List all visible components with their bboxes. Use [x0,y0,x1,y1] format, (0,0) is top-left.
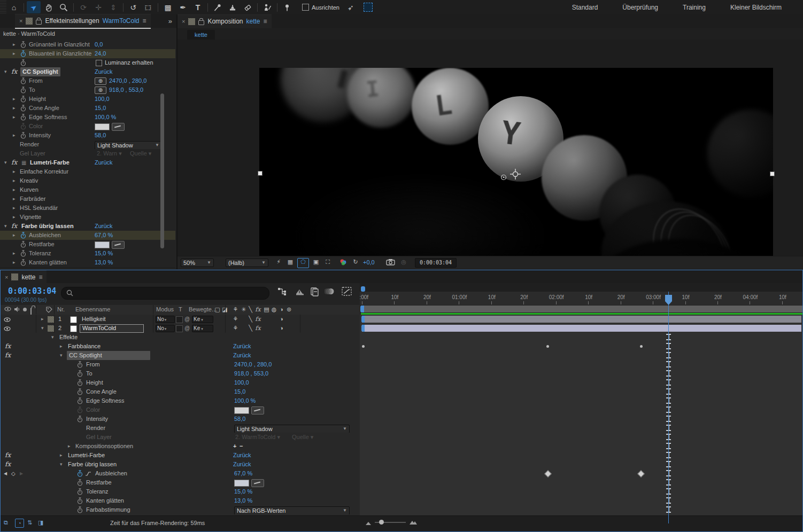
lock-icon[interactable] [36,20,42,25]
dolly-camera-tool-icon[interactable]: ⇕ [106,1,120,13]
track-matte-select[interactable]: Ke▾ [192,316,213,323]
align-checkbox[interactable] [302,4,309,11]
checkbox[interactable] [96,60,102,66]
effect-row-cc-spotlight[interactable]: ▾fxCC SpotlightZurück [0,67,175,77]
prop-value[interactable]: 15,0 % [234,487,252,496]
tl-track-row[interactable] [360,433,802,442]
effect-name[interactable]: Farbe übrig lassen [68,460,117,469]
prop-value[interactable]: 15,0 [234,387,245,396]
quality-switch-icon[interactable]: ╲ [246,315,254,323]
prop-value[interactable]: 100,0 % [234,396,256,405]
layer-track-warmtocold[interactable] [360,324,802,333]
zoom-out-mountain-icon[interactable] [365,520,372,527]
collapse-switch-icon[interactable]: ⚘ [231,315,240,323]
label-column-icon[interactable] [45,306,52,314]
prop-value[interactable]: 13,0 % [95,258,113,267]
tl-row-kompositionsoptionen[interactable]: ▸Kompositionsoptionen+− [1,442,360,451]
keyframe-dot[interactable] [640,345,643,348]
blend-mode-select[interactable]: No▾ [156,316,175,323]
exposure-reset-icon[interactable]: ↻ [351,259,360,265]
layer-duration-bar[interactable] [362,316,801,323]
crop-region-icon[interactable]: ⛶ [323,259,333,265]
tl-track-row[interactable] [360,460,802,470]
pen-tool-icon[interactable]: ✒ [176,1,190,13]
comp-marker[interactable] [361,286,365,292]
twirl-icon[interactable]: ▸ [13,185,16,194]
tl-row-height[interactable]: Height100,0 [1,378,360,388]
effect-row-edge-softness[interactable]: ▸Edge Softness100,0 % [0,113,175,122]
viewer-timecode[interactable]: 0:00:03:04 [415,258,457,268]
snapshot-icon[interactable] [386,259,395,267]
twirl-icon[interactable]: ▸ [13,213,16,222]
current-timecode[interactable]: 0:00:03:04 [8,286,56,296]
motionblur-switch-icon[interactable]: ◑ [277,324,285,332]
camera-region-tool-icon[interactable]: ⣏⣹ [141,1,155,13]
add-expression-icon[interactable]: + [233,442,236,451]
time-ruler[interactable]: 0:00f10f20f01:00f10f20f02:00f10f20f03:00… [360,292,802,306]
gel-source-dropdown[interactable]: Quelle ▾ [130,149,151,158]
tl-track-row[interactable] [360,487,802,497]
effect-row-height[interactable]: ▸Height100,0 [0,95,175,104]
transparency-grid-icon[interactable]: ▦ [285,259,295,265]
col-mode[interactable]: Modus [156,306,174,312]
twirl-icon[interactable]: ▸ [13,204,16,213]
home-icon[interactable]: ⌂ [7,1,21,13]
reset-link[interactable]: Zurück [233,351,251,360]
panel-menu-icon[interactable]: ≡ [264,18,267,25]
color-swatch[interactable] [234,407,249,414]
eraser-tool-icon[interactable] [241,1,254,13]
work-area-start-handle[interactable] [360,306,364,312]
effect-row-restfarbe[interactable]: Restfarbe [0,240,175,249]
effect-row-kanten-gl-tten[interactable]: ▸Kanten glätten13,0 % [0,258,175,268]
tl-row-farbabstimmung[interactable]: FarbabstimmungNach RGB-Werten▼ [1,505,360,515]
layer-twirl-icon[interactable]: ▸ [41,315,44,324]
composition-tab[interactable]: × Komposition kette ≡ [177,14,272,28]
comp-flowchart-icon[interactable] [277,287,287,297]
twirl-icon[interactable]: ▾ [4,67,7,76]
tl-track-row[interactable] [360,469,802,479]
work-area-bar[interactable] [361,306,802,312]
twirl-icon[interactable]: ▸ [13,176,16,185]
remove-expression-icon[interactable]: − [240,442,243,451]
draft-3d-icon[interactable] [295,287,306,297]
tl-track-row[interactable] [360,451,802,460]
layer-twirl-icon[interactable]: ▾ [41,324,44,333]
tl-row-ausbleichen[interactable]: ◀◇▶Ausbleichen67,0 % [1,469,360,479]
rotate-tool-icon[interactable]: ↺ [126,1,140,13]
twirl-icon[interactable]: ▸ [13,49,16,58]
quality-column-icon[interactable]: ╲ [246,306,254,314]
transfer-controls-icon[interactable]: ⇅ [27,519,32,526]
col-t[interactable]: T [179,306,182,312]
effect-row-kurven[interactable]: ▸Kurven [0,185,175,195]
effect-panel-scrollbar[interactable] [160,93,164,248]
effects-group-label[interactable]: Effekte [59,333,78,342]
type-tool-icon[interactable]: T [191,1,205,13]
effect-row-to[interactable]: To⊕918,0 , 553,0 [0,85,175,95]
twirl-icon[interactable]: ▸ [60,342,63,351]
effect-row-blauanteil-in-glanzlichte[interactable]: ▸Blauanteil in Glanzlichte24,0 [0,49,175,59]
twirl-icon[interactable]: ▾ [4,222,7,231]
prop-value[interactable]: 918,0 , 553,0 [234,369,268,378]
eyedropper-icon[interactable] [112,241,125,249]
resolution-select[interactable]: (Halb)▼ [226,259,268,267]
twirl-icon[interactable]: ▸ [13,113,16,122]
color-swatch[interactable] [95,123,110,130]
panel-menu-icon[interactable]: ≡ [38,273,42,281]
effect-row-ausbleichen[interactable]: ▸Ausbleichen67,0 % [0,231,175,240]
prop-value[interactable]: 15,0 [95,104,106,113]
effect-row-lumetri-farbe[interactable]: ▾fx▦Lumetri-FarbeZurück [0,158,175,168]
tl-track-row[interactable] [360,378,802,388]
layer-duration-bar[interactable] [362,325,801,332]
reset-link[interactable]: Zurück [95,158,113,167]
reset-link[interactable]: Zurück [95,222,113,231]
frame-blend-column-icon[interactable]: ▤ [262,306,271,314]
effect-name[interactable]: CC Spotlight [20,67,60,76]
group-label[interactable]: Farbräder [20,194,45,204]
effect-row-cone-angle[interactable]: ▸Cone Angle15,0 [0,104,175,113]
prop-value[interactable]: 13,0 % [234,496,252,505]
tl-row-cone-angle[interactable]: Cone Angle15,0 [1,387,360,397]
tl-track-row[interactable] [360,442,802,451]
exposure-value[interactable]: +0,0 [363,259,375,265]
effect-row-kreativ[interactable]: ▸Kreativ [0,176,175,186]
tl-track-row[interactable] [360,387,802,397]
